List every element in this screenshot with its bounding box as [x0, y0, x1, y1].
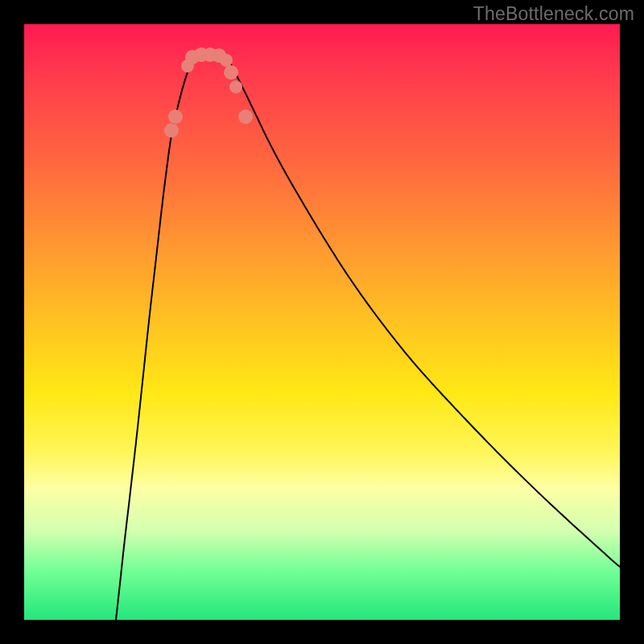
marker-dot	[220, 54, 233, 67]
curve-right	[226, 55, 620, 567]
marker-dot	[238, 109, 253, 124]
curve-left	[116, 55, 195, 620]
marker-dot	[168, 109, 183, 124]
chart-svg	[24, 24, 620, 620]
plot-area	[24, 24, 620, 620]
highlight-dots	[164, 47, 253, 138]
watermark: TheBottleneck.com	[473, 3, 634, 25]
marker-dot	[224, 65, 238, 80]
marker-dot	[229, 80, 242, 93]
marker-dot	[164, 123, 179, 138]
chart-frame: TheBottleneck.com	[0, 0, 644, 644]
